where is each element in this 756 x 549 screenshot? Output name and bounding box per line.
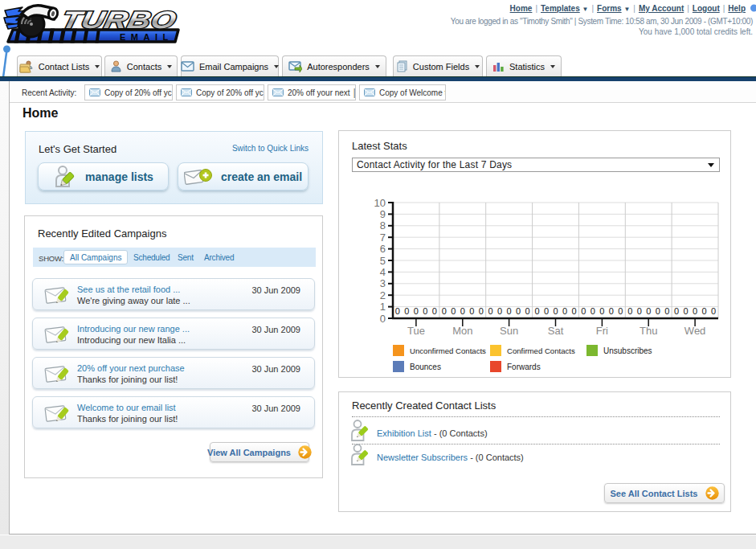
- svg-text:0: 0: [674, 306, 679, 316]
- svg-text:9: 9: [380, 208, 386, 220]
- svg-text:6: 6: [380, 243, 386, 255]
- svg-text:1: 1: [380, 301, 386, 313]
- svg-text:0: 0: [507, 306, 512, 316]
- svg-text:0: 0: [609, 306, 614, 316]
- svg-text:3: 3: [380, 277, 386, 289]
- svg-text:Forwards: Forwards: [507, 363, 541, 371]
- svg-text:0: 0: [423, 306, 427, 316]
- svg-text:0: 0: [618, 306, 623, 316]
- svg-text:0: 0: [395, 306, 400, 316]
- svg-text:0: 0: [451, 306, 456, 316]
- svg-text:0: 0: [414, 306, 419, 316]
- svg-text:Bounces: Bounces: [410, 363, 441, 371]
- svg-text:0: 0: [404, 306, 409, 316]
- svg-text:10: 10: [374, 197, 386, 209]
- svg-text:0: 0: [544, 306, 549, 316]
- svg-text:0: 0: [380, 313, 386, 325]
- svg-text:0: 0: [497, 306, 502, 316]
- svg-text:0: 0: [656, 306, 660, 316]
- svg-text:0: 0: [516, 306, 521, 316]
- svg-text:0: 0: [711, 306, 716, 316]
- svg-text:8: 8: [380, 219, 386, 231]
- svg-text:0: 0: [432, 306, 437, 316]
- svg-text:0: 0: [525, 306, 530, 316]
- svg-text:0: 0: [553, 306, 558, 316]
- svg-text:Sun: Sun: [500, 325, 518, 337]
- svg-text:0: 0: [571, 306, 576, 316]
- svg-text:0: 0: [637, 306, 642, 316]
- svg-text:0: 0: [534, 306, 539, 316]
- svg-text:0: 0: [693, 306, 697, 316]
- svg-text:4: 4: [380, 266, 386, 278]
- svg-text:Wed: Wed: [684, 325, 706, 337]
- svg-text:2: 2: [380, 289, 386, 301]
- svg-text:0: 0: [627, 306, 632, 316]
- svg-text:0: 0: [581, 306, 586, 316]
- svg-text:0: 0: [442, 306, 447, 316]
- svg-text:0: 0: [599, 306, 604, 316]
- svg-text:0: 0: [646, 306, 651, 316]
- svg-text:Fri: Fri: [596, 325, 608, 337]
- svg-text:TURBO: TURBO: [59, 6, 180, 33]
- svg-text:0: 0: [702, 306, 707, 316]
- svg-text:Tue: Tue: [407, 325, 425, 337]
- svg-text:Unsubscribes: Unsubscribes: [603, 346, 652, 355]
- svg-text:0: 0: [590, 306, 595, 316]
- svg-text:Thu: Thu: [640, 325, 657, 337]
- svg-text:0: 0: [479, 306, 484, 316]
- svg-text:0: 0: [664, 306, 669, 316]
- svg-text:0: 0: [684, 306, 689, 316]
- svg-text:5: 5: [380, 255, 386, 267]
- svg-text:Sat: Sat: [548, 325, 564, 337]
- svg-text:0: 0: [562, 306, 567, 316]
- svg-text:Confirmed Contacts: Confirmed Contacts: [507, 346, 575, 355]
- svg-text:0: 0: [469, 306, 474, 316]
- svg-text:Unconfirmed Contacts: Unconfirmed Contacts: [410, 346, 486, 355]
- svg-text:EMAIL: EMAIL: [120, 32, 174, 42]
- svg-text:0: 0: [488, 306, 493, 316]
- svg-text:0: 0: [460, 306, 465, 316]
- svg-text:Mon: Mon: [452, 325, 472, 337]
- svg-text:7: 7: [380, 231, 386, 244]
